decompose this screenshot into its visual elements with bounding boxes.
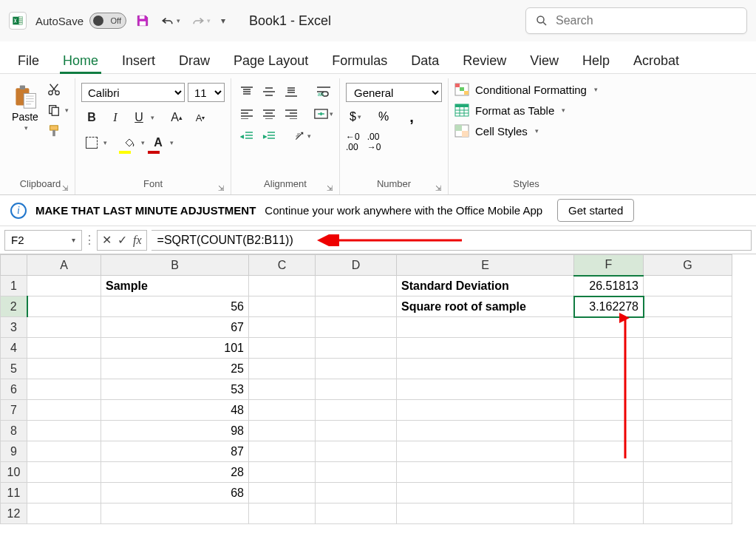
number-launcher-icon[interactable]: ⇲ [433,184,443,194]
cell-D9[interactable] [316,441,397,462]
cell-G12[interactable] [644,504,732,524]
cell-C6[interactable] [249,379,316,400]
cell-B10[interactable]: 28 [101,462,249,483]
col-header-A[interactable]: A [27,255,101,276]
wrap-text-icon[interactable]: ab [314,83,333,101]
cell-F3[interactable] [574,317,644,338]
cell-E9[interactable] [397,441,574,462]
increase-decimal-icon[interactable]: ←0.00 [346,132,360,152]
row-header-11[interactable]: 11 [1,483,27,504]
cell-F10[interactable] [574,462,644,483]
fx-icon[interactable]: fx [133,234,142,247]
cell-A6[interactable] [27,379,101,400]
percent-format-icon[interactable]: % [374,108,393,126]
cell-G11[interactable] [644,483,732,504]
borders-button[interactable]: ▾ [81,133,107,152]
cell-C10[interactable] [249,462,316,483]
align-bottom-icon[interactable] [282,83,301,101]
cell-D5[interactable] [316,359,397,379]
cell-B3[interactable]: 67 [101,317,249,338]
get-started-button[interactable]: Get started [557,199,634,222]
col-header-D[interactable]: D [316,255,397,276]
cell-D2[interactable] [316,296,397,317]
cell-B5[interactable]: 25 [101,359,249,379]
enter-formula-icon[interactable]: ✓ [118,233,127,247]
row-header-12[interactable]: 12 [1,504,27,524]
cell-C9[interactable] [249,441,316,462]
cell-C4[interactable] [249,338,316,359]
cell-D11[interactable] [316,483,397,504]
cell-D6[interactable] [316,379,397,400]
cell-F2[interactable]: 3.162278 [574,296,644,317]
cell-styles-button[interactable]: Cell Styles▾ [454,124,598,138]
cell-B7[interactable]: 48 [101,400,249,421]
clipboard-launcher-icon[interactable]: ⇲ [60,184,70,194]
cell-F7[interactable] [574,400,644,421]
format-painter-button[interactable] [47,124,69,138]
cell-F12[interactable] [574,504,644,524]
cell-B1[interactable]: Sample [101,276,249,296]
cell-C12[interactable] [249,504,316,524]
tab-acrobat[interactable]: Acrobat [630,47,682,73]
underline-button[interactable]: U▾ [129,108,154,127]
cell-D10[interactable] [316,462,397,483]
cell-B8[interactable]: 98 [101,421,249,441]
select-all-corner[interactable] [1,255,27,276]
cell-D4[interactable] [316,338,397,359]
cell-E4[interactable] [397,338,574,359]
cell-C7[interactable] [249,400,316,421]
redo-icon[interactable]: ▾ [191,13,211,28]
font-launcher-icon[interactable]: ⇲ [216,184,226,194]
increase-indent-icon[interactable] [259,127,279,145]
font-name-select[interactable]: Calibri [81,83,185,102]
cell-B2[interactable]: 56 [101,296,249,317]
cell-F8[interactable] [574,421,644,441]
cell-G5[interactable] [644,359,732,379]
cell-D8[interactable] [316,421,397,441]
search-box[interactable] [525,7,747,34]
cell-C1[interactable] [249,276,316,296]
row-header-2[interactable]: 2 [1,296,27,317]
cell-A2[interactable] [27,296,101,317]
align-middle-icon[interactable] [259,83,279,101]
cell-G4[interactable] [644,338,732,359]
row-header-1[interactable]: 1 [1,276,27,296]
cell-E10[interactable] [397,462,574,483]
cell-F6[interactable] [574,379,644,400]
tab-page-layout[interactable]: Page Layout [231,47,311,73]
cell-G3[interactable] [644,317,732,338]
cell-E1[interactable]: Standard Deviation [397,276,574,296]
cell-F11[interactable] [574,483,644,504]
tab-draw[interactable]: Draw [176,47,213,73]
align-right-icon[interactable] [282,105,301,123]
cell-E2[interactable]: Square root of sample [397,296,574,317]
cell-A3[interactable] [27,317,101,338]
increase-font-icon[interactable]: A▴ [166,108,187,127]
tab-view[interactable]: View [527,47,562,73]
row-header-7[interactable]: 7 [1,400,27,421]
cell-F9[interactable] [574,441,644,462]
cell-G8[interactable] [644,421,732,441]
cell-D3[interactable] [316,317,397,338]
search-input[interactable] [556,14,738,27]
cell-A10[interactable] [27,462,101,483]
col-header-B[interactable]: B [101,255,249,276]
cell-G10[interactable] [644,462,732,483]
cell-A1[interactable] [27,276,101,296]
font-color-button[interactable]: A▾ [148,133,174,152]
align-left-icon[interactable] [237,105,256,123]
cell-E3[interactable] [397,317,574,338]
cell-A12[interactable] [27,504,101,524]
row-header-8[interactable]: 8 [1,421,27,441]
cell-G2[interactable] [644,296,732,317]
italic-button[interactable]: I [105,108,126,127]
cell-D12[interactable] [316,504,397,524]
row-header-4[interactable]: 4 [1,338,27,359]
cell-A7[interactable] [27,400,101,421]
qat-overflow-icon[interactable]: ▾ [221,16,225,26]
cell-A11[interactable] [27,483,101,504]
tab-data[interactable]: Data [408,47,442,73]
cell-B4[interactable]: 101 [101,338,249,359]
row-header-6[interactable]: 6 [1,379,27,400]
row-header-10[interactable]: 10 [1,462,27,483]
